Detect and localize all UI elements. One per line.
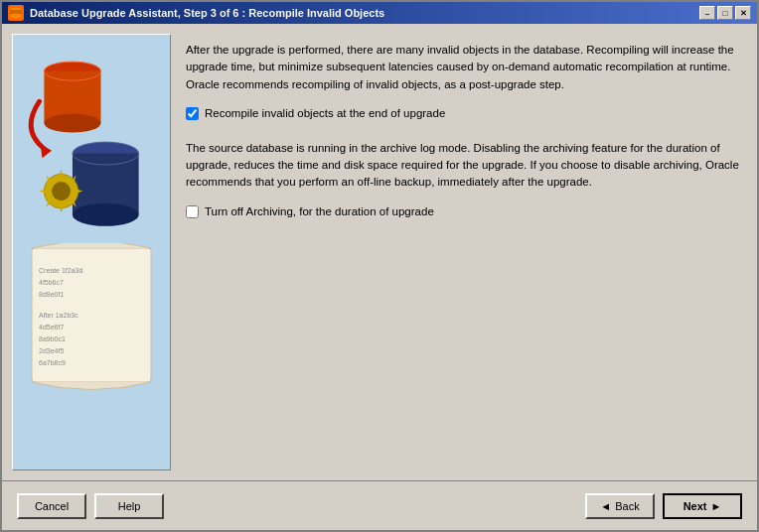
- svg-text:After  1a2b3c: After 1a2b3c: [39, 312, 78, 319]
- next-arrow-icon: ►: [710, 500, 721, 512]
- help-button[interactable]: Help: [94, 493, 164, 519]
- svg-text:4d5e6f7: 4d5e6f7: [39, 324, 64, 331]
- cancel-button[interactable]: Cancel: [17, 493, 86, 519]
- footer-left-buttons: Cancel Help: [17, 493, 164, 519]
- recompile-checkbox-row: Recompile invalid objects at the end of …: [181, 101, 747, 132]
- back-arrow-icon: ◄: [600, 500, 611, 512]
- svg-text:8a9b0c1: 8a9b0c1: [39, 335, 66, 342]
- back-button[interactable]: ◄ Back: [585, 493, 655, 519]
- close-button[interactable]: ✕: [735, 6, 751, 20]
- recompile-checkbox-label: Recompile invalid objects at the end of …: [205, 107, 445, 119]
- content-area: Create 1f2a3d 4f5b6c7 8d9e0f1 After 1a2b…: [2, 24, 757, 480]
- next-label: Next: [683, 500, 707, 512]
- illustration-panel: Create 1f2a3d 4f5b6c7 8d9e0f1 After 1a2b…: [12, 34, 171, 470]
- svg-point-2: [10, 14, 22, 19]
- title-bar: Database Upgrade Assistant, Step 3 of 6 …: [2, 2, 757, 24]
- svg-text:2d3e4f5: 2d3e4f5: [39, 347, 64, 354]
- right-panel: After the upgrade is performed, there ar…: [181, 34, 747, 470]
- title-buttons: – □ ✕: [699, 6, 751, 20]
- recompile-checkbox[interactable]: [186, 107, 199, 120]
- svg-point-5: [44, 114, 100, 133]
- svg-text:6a7b8c9: 6a7b8c9: [39, 359, 66, 366]
- app-icon: [8, 5, 24, 21]
- description-text-1: After the upgrade is performed, there ar…: [181, 34, 747, 101]
- svg-text:4f5b6c7: 4f5b6c7: [39, 279, 64, 286]
- scroll-illustration: Create 1f2a3d 4f5b6c7 8d9e0f1 After 1a2b…: [27, 243, 156, 392]
- title-bar-left: Database Upgrade Assistant, Step 3 of 6 …: [8, 5, 384, 21]
- window-title: Database Upgrade Assistant, Step 3 of 6 …: [30, 7, 384, 19]
- archiving-checkbox-row: Turn off Archiving, for the duration of …: [181, 200, 747, 230]
- footer: Cancel Help ◄ Back Next ►: [2, 480, 757, 530]
- svg-point-13: [52, 182, 71, 200]
- archiving-checkbox-label: Turn off Archiving, for the duration of …: [205, 205, 434, 217]
- cylinders-illustration: [22, 45, 161, 243]
- main-window: Database Upgrade Assistant, Step 3 of 6 …: [0, 0, 759, 532]
- svg-text:Create 1f2a3d: Create 1f2a3d: [39, 267, 82, 274]
- description-text-2: The source database is running in the ar…: [181, 132, 747, 200]
- archiving-checkbox[interactable]: [186, 205, 199, 218]
- minimize-button[interactable]: –: [699, 6, 715, 20]
- next-button[interactable]: Next ►: [663, 493, 742, 519]
- svg-point-10: [73, 203, 139, 226]
- svg-text:8d9e0f1: 8d9e0f1: [39, 291, 64, 298]
- footer-right-buttons: ◄ Back Next ►: [585, 493, 742, 519]
- back-label: Back: [615, 500, 639, 512]
- svg-marker-7: [41, 144, 52, 158]
- maximize-button[interactable]: □: [717, 6, 733, 20]
